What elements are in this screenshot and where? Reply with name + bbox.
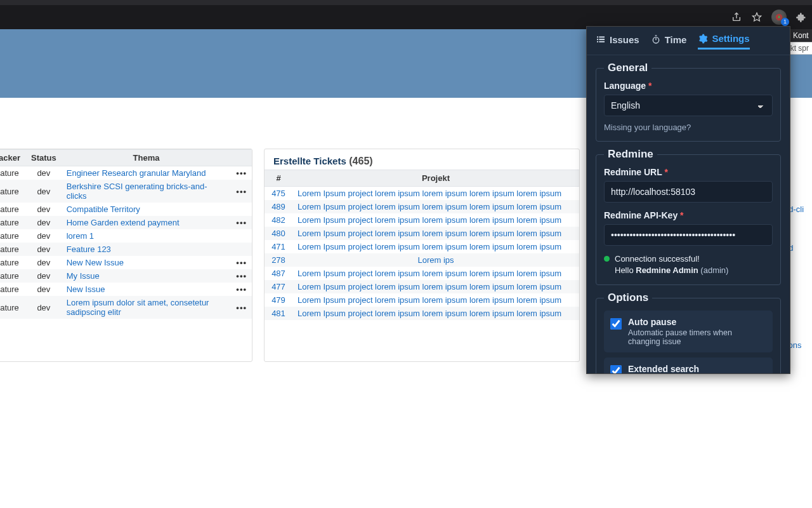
cell-project[interactable]: Lorem Ipsum project lorem ipsum lorem ip… <box>292 280 579 293</box>
cell-subject[interactable]: My Issue <box>62 269 232 283</box>
cell-project[interactable]: Lorem Ipsum project lorem ipsum lorem ip… <box>292 227 579 240</box>
language-label: Language * <box>604 81 773 91</box>
svg-rect-9 <box>655 35 657 36</box>
svg-rect-7 <box>599 41 605 43</box>
table-row: 489Lorem Ipsum project lorem ipsum lorem… <box>265 200 579 213</box>
fieldset-general: General Language * English Missing your … <box>596 62 781 142</box>
svg-rect-6 <box>599 39 605 40</box>
cell-id[interactable]: 487 <box>265 267 292 280</box>
box-title-right[interactable]: Erstellte Tickets <box>273 156 346 166</box>
issues-box-right: Erstellte Tickets (465) # Projekt 475Lor… <box>264 149 580 362</box>
row-actions-icon[interactable]: ••• <box>231 216 252 229</box>
col-id[interactable]: # <box>265 170 292 187</box>
cell-id[interactable]: 482 <box>265 213 292 227</box>
extended-search-title: Extended search <box>628 364 766 373</box>
cell-subject[interactable]: Lorem ipsum dolor sit amet, consetetur s… <box>62 296 232 319</box>
row-actions-icon[interactable] <box>231 203 252 216</box>
cell-tracker: ature <box>0 216 26 229</box>
cell-project[interactable]: Lorem Ipsum project lorem ipsum lorem ip… <box>292 200 579 213</box>
col-project[interactable]: Projekt <box>292 170 579 187</box>
cell-project[interactable]: Lorem ips <box>292 253 579 267</box>
cell-subject[interactable]: New Issue <box>62 283 232 296</box>
cell-tracker: ature <box>0 296 26 319</box>
connection-status: Connection successful! Hello Redmine Adm… <box>604 253 773 276</box>
cell-tracker: ature <box>0 166 26 180</box>
tab-issues[interactable]: Issues <box>596 33 639 50</box>
cell-project[interactable]: Lorem Ipsum project lorem ipsum lorem ip… <box>292 267 579 280</box>
cell-project[interactable]: Lorem Ipsum project lorem ipsum lorem ip… <box>292 240 579 253</box>
autopause-checkbox[interactable] <box>610 318 622 330</box>
cell-project[interactable]: Lorem Ipsum project lorem ipsum lorem ip… <box>292 213 579 227</box>
extension-icon[interactable]: 1 <box>771 10 787 25</box>
connection-success-text: Connection successful! <box>615 253 728 265</box>
legend-options: Options <box>604 291 652 304</box>
missing-language-link[interactable]: Missing your language? <box>604 123 773 132</box>
star-icon[interactable] <box>751 11 763 23</box>
cell-subject[interactable]: lorem 1 <box>62 229 232 243</box>
svg-rect-3 <box>597 39 598 40</box>
cell-id[interactable]: 479 <box>265 293 292 307</box>
option-extended-search[interactable]: Extended search Allows to search issues … <box>604 358 773 373</box>
col-status[interactable]: Status <box>26 150 62 166</box>
extensions-puzzle-icon[interactable] <box>796 11 807 23</box>
row-actions-icon[interactable]: ••• <box>231 269 252 283</box>
table-row: aturedevNew Issue••• <box>0 283 252 296</box>
issues-table-right: # Projekt 475Lorem Ipsum project lorem i… <box>265 170 579 320</box>
cell-id[interactable]: 480 <box>265 227 292 240</box>
table-row: aturedevCompatible Territory <box>0 203 252 216</box>
cell-tracker: ature <box>0 269 26 283</box>
cell-status: dev <box>26 180 62 203</box>
row-actions-icon[interactable]: ••• <box>231 166 252 180</box>
extended-search-checkbox[interactable] <box>610 365 622 373</box>
cell-project[interactable]: Lorem Ipsum project lorem ipsum lorem ip… <box>292 293 579 307</box>
cell-status: dev <box>26 243 62 256</box>
cell-id[interactable]: 477 <box>265 280 292 293</box>
stopwatch-icon <box>651 34 661 44</box>
row-actions-icon[interactable]: ••• <box>231 256 252 269</box>
row-actions-icon[interactable]: ••• <box>231 180 252 203</box>
cell-subject[interactable]: Engineer Research granular Maryland <box>62 166 232 180</box>
tab-time[interactable]: Time <box>651 33 687 50</box>
col-subject[interactable]: Thema <box>62 150 232 166</box>
language-select[interactable]: English <box>604 95 773 116</box>
cell-id[interactable]: 471 <box>265 240 292 253</box>
row-actions-icon[interactable] <box>231 229 252 243</box>
table-row: 471Lorem Ipsum project lorem ipsum lorem… <box>265 240 579 253</box>
cell-id[interactable]: 489 <box>265 200 292 213</box>
table-row: 487Lorem Ipsum project lorem ipsum lorem… <box>265 267 579 280</box>
cell-subject[interactable]: Berkshire SCSI generating bricks-and-cli… <box>62 180 232 203</box>
redmine-apikey-input[interactable] <box>604 224 773 246</box>
svg-marker-0 <box>752 13 761 21</box>
list-icon <box>596 34 606 44</box>
option-autopause[interactable]: Auto pause Automatic pause timers when c… <box>604 311 773 352</box>
cell-subject[interactable]: Home Garden extend payment <box>62 216 232 229</box>
cell-project[interactable]: Lorem Ipsum project lorem ipsum lorem ip… <box>292 187 579 201</box>
cell-status: dev <box>26 256 62 269</box>
redmine-url-input[interactable] <box>604 181 773 203</box>
cell-id[interactable]: 481 <box>265 307 292 320</box>
cell-status: dev <box>26 296 62 319</box>
table-row: 482Lorem Ipsum project lorem ipsum lorem… <box>265 213 579 227</box>
issues-box-left: acker Status Thema aturedevEngineer Rese… <box>0 149 252 362</box>
table-row: 475Lorem Ipsum project lorem ipsum lorem… <box>265 187 579 201</box>
gear-icon <box>698 34 708 44</box>
cell-subject[interactable]: Compatible Territory <box>62 203 232 216</box>
legend-redmine: Redmine <box>604 148 657 161</box>
cell-subject[interactable]: New New Issue <box>62 256 232 269</box>
table-row: 480Lorem Ipsum project lorem ipsum lorem… <box>265 227 579 240</box>
share-icon[interactable] <box>731 11 742 23</box>
tab-settings[interactable]: Settings <box>698 33 749 50</box>
cell-id[interactable]: 278 <box>265 253 292 267</box>
row-actions-icon[interactable]: ••• <box>231 296 252 319</box>
table-row: aturedevBerkshire SCSI generating bricks… <box>0 180 252 203</box>
cell-tracker: ature <box>0 283 26 296</box>
legend-general: General <box>604 62 652 74</box>
cell-id[interactable]: 475 <box>265 187 292 201</box>
cell-status: dev <box>26 283 62 296</box>
row-actions-icon[interactable]: ••• <box>231 283 252 296</box>
cell-subject[interactable]: Feature 123 <box>62 243 232 256</box>
col-tracker[interactable]: acker <box>0 150 26 166</box>
cell-project[interactable]: Lorem Ipsum project lorem ipsum lorem ip… <box>292 307 579 320</box>
table-row: aturedevNew New Issue••• <box>0 256 252 269</box>
row-actions-icon[interactable] <box>231 243 252 256</box>
